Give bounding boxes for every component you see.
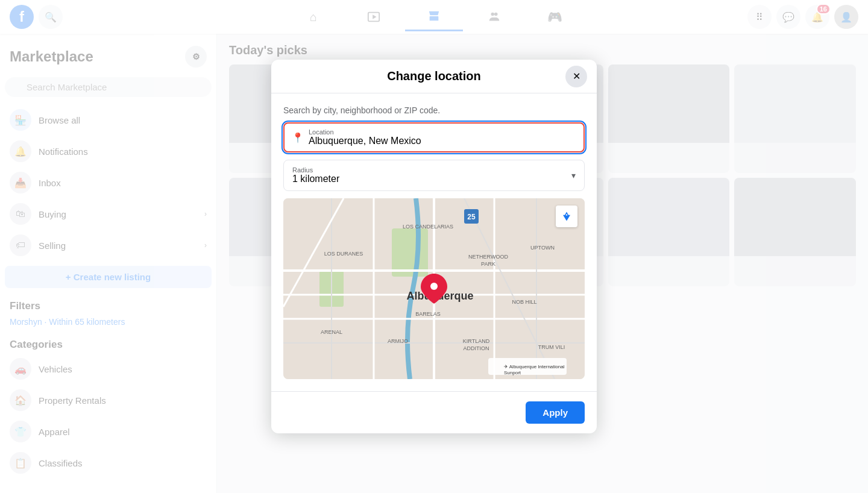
- svg-text:ARMIJO: ARMIJO: [388, 338, 408, 344]
- svg-text:UPTOWN: UPTOWN: [530, 245, 555, 251]
- svg-text:25: 25: [467, 213, 476, 221]
- svg-text:✈ Albuquerque International: ✈ Albuquerque International: [504, 364, 565, 369]
- radius-selector[interactable]: Radius 1 kilometer ▾: [283, 160, 585, 191]
- modal-footer: Apply: [271, 391, 597, 433]
- svg-text:ADDITION: ADDITION: [463, 345, 489, 351]
- location-pin-icon: 📍: [292, 132, 304, 143]
- modal-header: Change location ✕: [271, 60, 597, 93]
- svg-text:NETHERWOOD: NETHERWOOD: [468, 254, 508, 260]
- map-background: 25 LOS CANDELARIAS LOS DURANES NETHERWOO…: [283, 198, 585, 379]
- svg-text:Sunport: Sunport: [504, 370, 521, 375]
- modal-overlay: Change location ✕ Search by city, neighb…: [0, 0, 868, 493]
- modal-body: Search by city, neighborhood or ZIP code…: [271, 93, 597, 391]
- svg-text:ARENAL: ARENAL: [321, 329, 342, 335]
- svg-text:LOS DURANES: LOS DURANES: [324, 251, 363, 257]
- radius-chevron-icon: ▾: [571, 171, 576, 180]
- svg-point-34: [430, 283, 438, 290]
- modal-hint: Search by city, neighborhood or ZIP code…: [283, 105, 585, 115]
- location-input-inner: Location Albuquerque, New Mexico: [309, 128, 576, 146]
- radius-info: Radius 1 kilometer: [292, 166, 339, 184]
- svg-text:TRUM VILI: TRUM VILI: [538, 344, 565, 350]
- change-location-modal: Change location ✕ Search by city, neighb…: [271, 60, 597, 433]
- map-container: 25 LOS CANDELARIAS LOS DURANES NETHERWOO…: [283, 198, 585, 379]
- locate-me-button[interactable]: [556, 206, 577, 227]
- svg-text:PARK: PARK: [481, 261, 495, 267]
- apply-button[interactable]: Apply: [526, 401, 585, 424]
- location-input-wrap[interactable]: 📍 Location Albuquerque, New Mexico: [283, 122, 585, 152]
- location-label: Location: [309, 128, 576, 136]
- radius-label: Radius: [292, 166, 339, 174]
- svg-text:BARELAS: BARELAS: [415, 311, 441, 317]
- svg-text:LOS CANDELARIAS: LOS CANDELARIAS: [403, 224, 453, 230]
- radius-value: 1 kilometer: [292, 174, 339, 184]
- location-value[interactable]: Albuquerque, New Mexico: [309, 136, 576, 146]
- modal-close-button[interactable]: ✕: [565, 66, 587, 87]
- svg-text:KIRTLAND: KIRTLAND: [463, 338, 490, 344]
- modal-title: Change location: [387, 69, 481, 83]
- svg-text:NOB HILL: NOB HILL: [512, 299, 536, 305]
- close-icon: ✕: [573, 71, 580, 82]
